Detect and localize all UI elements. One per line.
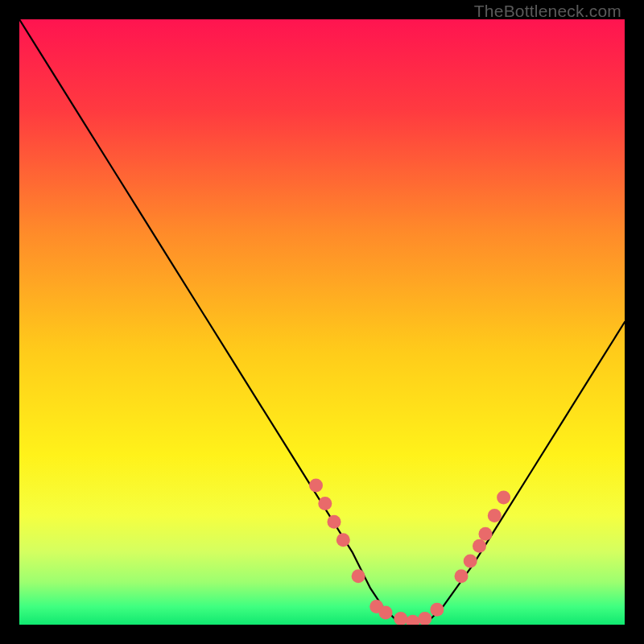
marker-point	[488, 509, 502, 522]
marker-point	[455, 569, 469, 583]
watermark-text: TheBottleneck.com	[474, 2, 621, 21]
marker-point	[479, 527, 493, 541]
gradient-background	[19, 19, 625, 625]
marker-point	[309, 479, 323, 493]
marker-point	[379, 606, 393, 620]
marker-point	[318, 497, 332, 510]
marker-point	[497, 491, 510, 505]
marker-point	[430, 603, 444, 617]
marker-point	[352, 569, 365, 583]
bottleneck-chart	[19, 19, 625, 625]
chart-frame	[19, 19, 625, 625]
marker-point	[336, 533, 350, 547]
marker-point	[464, 555, 477, 568]
marker-point	[473, 539, 486, 553]
marker-point	[328, 515, 341, 529]
